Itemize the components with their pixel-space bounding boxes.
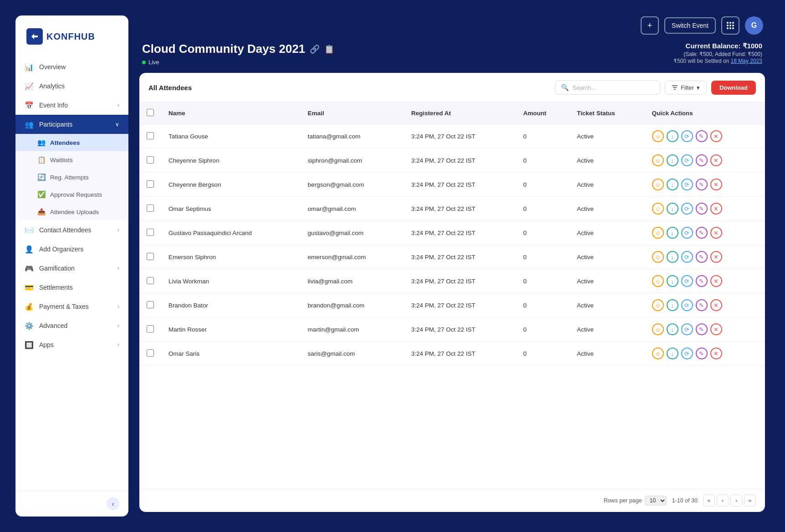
- add-button[interactable]: +: [641, 16, 659, 35]
- action-cancel-4[interactable]: ✕: [710, 227, 722, 239]
- row-checkbox-7[interactable]: [147, 301, 154, 308]
- sidebar-item-attendee-uploads[interactable]: 📤 Attendee Uploads: [15, 203, 128, 220]
- action-refresh-2[interactable]: ⟳: [681, 179, 693, 190]
- action-refresh-9[interactable]: ⟳: [681, 348, 693, 359]
- link-icon[interactable]: 🔗: [310, 44, 320, 54]
- action-edit-7[interactable]: ✎: [696, 299, 708, 311]
- copy-icon[interactable]: 📋: [324, 44, 334, 54]
- action-smile-9[interactable]: ☺: [652, 348, 664, 359]
- row-checkbox-1[interactable]: [147, 156, 154, 164]
- sidebar-item-add-organizers[interactable]: 👤 Add Organizers: [15, 240, 128, 259]
- action-refresh-6[interactable]: ⟳: [681, 275, 693, 287]
- action-download-7[interactable]: ↓: [667, 299, 678, 311]
- action-refresh-3[interactable]: ⟳: [681, 203, 693, 215]
- sidebar-item-payment-taxes[interactable]: 💰 Payment & Taxes ›: [15, 297, 128, 316]
- action-smile-0[interactable]: ☺: [652, 130, 664, 142]
- collapse-button[interactable]: ‹: [107, 497, 119, 510]
- rows-per-page-select[interactable]: 10 25 50: [645, 496, 667, 506]
- action-smile-4[interactable]: ☺: [652, 227, 664, 239]
- action-download-8[interactable]: ↓: [667, 323, 678, 335]
- sidebar-item-advanced[interactable]: ⚙️ Advanced ›: [15, 316, 128, 335]
- row-checkbox-0[interactable]: [147, 132, 154, 139]
- action-cancel-3[interactable]: ✕: [710, 203, 722, 215]
- action-cancel-2[interactable]: ✕: [710, 179, 722, 190]
- action-download-0[interactable]: ↓: [667, 130, 678, 142]
- next-page-button[interactable]: ›: [730, 495, 742, 506]
- sidebar-item-contact-attendees[interactable]: ✉️ Contact Attendees ›: [15, 220, 128, 240]
- action-cancel-1[interactable]: ✕: [710, 154, 722, 166]
- sidebar-item-settlements[interactable]: 💳 Settlements: [15, 278, 128, 297]
- action-edit-2[interactable]: ✎: [696, 179, 708, 190]
- action-smile-5[interactable]: ☺: [652, 251, 664, 263]
- action-download-1[interactable]: ↓: [667, 154, 678, 166]
- row-checkbox-4[interactable]: [147, 229, 154, 236]
- action-refresh-1[interactable]: ⟳: [681, 154, 693, 166]
- sidebar-item-attendees[interactable]: 👥 Attendees: [15, 134, 128, 151]
- first-page-button[interactable]: «: [703, 495, 715, 506]
- user-avatar[interactable]: G: [745, 16, 763, 35]
- search-input[interactable]: [572, 84, 654, 91]
- action-cancel-8[interactable]: ✕: [710, 323, 722, 335]
- sidebar-item-reg-attempts[interactable]: 🔄 Reg. Attempts: [15, 169, 128, 186]
- grid-menu-button[interactable]: [721, 16, 739, 35]
- settle-date-link[interactable]: 18 May 2023: [731, 58, 762, 64]
- row-checkbox-9[interactable]: [147, 349, 154, 357]
- sidebar-item-waitlists[interactable]: 📋 Waitlists: [15, 151, 128, 169]
- action-smile-3[interactable]: ☺: [652, 203, 664, 215]
- sidebar-item-gamification[interactable]: 🎮 Gamification ›: [15, 259, 128, 278]
- action-smile-1[interactable]: ☺: [652, 154, 664, 166]
- sidebar-item-participants[interactable]: 👥 Participants ∨: [15, 115, 128, 134]
- select-all-checkbox[interactable]: [147, 109, 154, 116]
- col-email: Email: [301, 102, 404, 124]
- action-refresh-7[interactable]: ⟳: [681, 299, 693, 311]
- switch-event-button[interactable]: Switch Event: [664, 17, 716, 34]
- action-refresh-5[interactable]: ⟳: [681, 251, 693, 263]
- prev-page-button[interactable]: ‹: [717, 495, 729, 506]
- waitlists-label: Waitlists: [50, 157, 73, 164]
- sidebar-item-approval-requests[interactable]: ✅ Approval Requests: [15, 186, 128, 203]
- table-row: Omar Saris saris@gmail.com 3:24 PM, 27 O…: [139, 342, 765, 366]
- action-edit-3[interactable]: ✎: [696, 203, 708, 215]
- action-download-2[interactable]: ↓: [667, 179, 678, 190]
- action-edit-0[interactable]: ✎: [696, 130, 708, 142]
- action-cancel-0[interactable]: ✕: [710, 130, 722, 142]
- action-download-6[interactable]: ↓: [667, 275, 678, 287]
- row-name: Livia Workman: [161, 269, 301, 293]
- action-refresh-4[interactable]: ⟳: [681, 227, 693, 239]
- row-checkbox-5[interactable]: [147, 253, 154, 260]
- action-refresh-0[interactable]: ⟳: [681, 130, 693, 142]
- action-smile-6[interactable]: ☺: [652, 275, 664, 287]
- action-download-4[interactable]: ↓: [667, 227, 678, 239]
- action-edit-1[interactable]: ✎: [696, 154, 708, 166]
- action-edit-6[interactable]: ✎: [696, 275, 708, 287]
- sidebar-item-analytics[interactable]: 📈 Analytics: [15, 77, 128, 96]
- action-smile-2[interactable]: ☺: [652, 179, 664, 190]
- action-smile-8[interactable]: ☺: [652, 323, 664, 335]
- action-download-9[interactable]: ↓: [667, 348, 678, 359]
- action-edit-5[interactable]: ✎: [696, 251, 708, 263]
- action-refresh-8[interactable]: ⟳: [681, 323, 693, 335]
- row-checkbox-3[interactable]: [147, 205, 154, 212]
- action-download-5[interactable]: ↓: [667, 251, 678, 263]
- sidebar-item-apps[interactable]: 🔲 Apps ›: [15, 335, 128, 354]
- attendees-icon: 👥: [37, 138, 46, 147]
- row-checkbox-8[interactable]: [147, 325, 154, 332]
- action-cancel-7[interactable]: ✕: [710, 299, 722, 311]
- sidebar-item-overview[interactable]: 📊 Overview: [15, 57, 128, 77]
- action-smile-7[interactable]: ☺: [652, 299, 664, 311]
- action-edit-8[interactable]: ✎: [696, 323, 708, 335]
- action-cancel-9[interactable]: ✕: [710, 348, 722, 359]
- action-edit-9[interactable]: ✎: [696, 348, 708, 359]
- row-checkbox-2[interactable]: [147, 180, 154, 188]
- sidebar-item-event-info[interactable]: 📅 Event Info ›: [15, 96, 128, 115]
- last-page-button[interactable]: »: [744, 495, 756, 506]
- balance-settle: ₹500 will be Settled on 18 May 2023: [673, 58, 762, 64]
- action-cancel-6[interactable]: ✕: [710, 275, 722, 287]
- download-button[interactable]: Download: [711, 81, 756, 95]
- row-checkbox-6[interactable]: [147, 277, 154, 284]
- filter-button[interactable]: Filter ▾: [665, 81, 707, 95]
- action-cancel-5[interactable]: ✕: [710, 251, 722, 263]
- action-download-3[interactable]: ↓: [667, 203, 678, 215]
- action-edit-4[interactable]: ✎: [696, 227, 708, 239]
- col-name: Name: [161, 102, 301, 124]
